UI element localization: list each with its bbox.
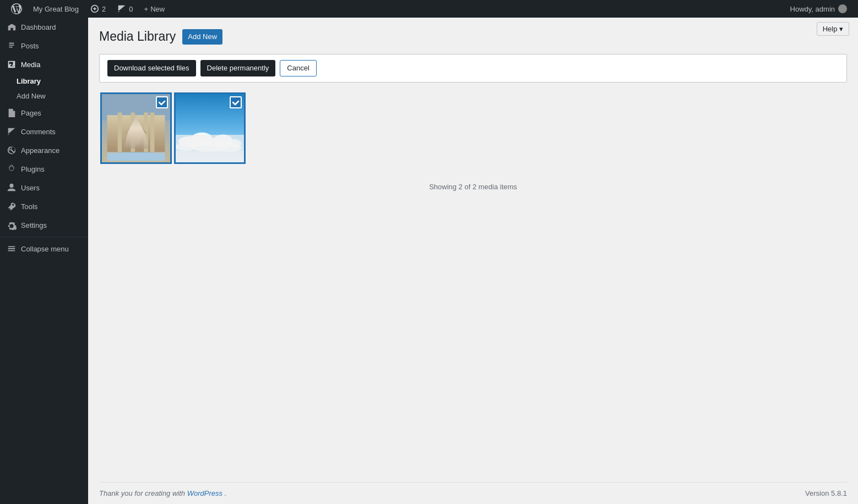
sidebar-item-tools[interactable]: Tools [0,197,88,216]
action-bar: Download selected files Delete permanent… [99,54,847,83]
page-title: Media Library [99,29,176,45]
admin-bar-right: Howdy, admin [785,4,852,13]
svg-point-12 [192,133,213,145]
pages-icon [7,108,17,118]
sidebar-label-tools: Tools [21,202,37,211]
updates-icon [90,4,100,14]
help-btn-area: Help ▾ [817,22,849,36]
plus-icon: + [144,5,149,13]
version-text: Version 5.8.1 [805,489,847,497]
admin-bar: My Great Blog 2 0 + New Howdy, admin [0,0,858,18]
checkmark-2-icon [232,98,240,106]
cancel-button[interactable]: Cancel [280,60,316,76]
howdy-text: Howdy, admin [785,4,852,13]
sidebar-label-media: Media [21,61,40,69]
help-button[interactable]: Help ▾ [817,22,849,36]
updates-count: 2 [102,5,106,13]
sidebar-item-appearance[interactable]: Appearance [0,141,88,160]
sidebar-item-media[interactable]: Media [0,55,88,74]
svg-point-14 [214,134,232,146]
footer-thank-you: Thank you for creating with WordPress . [99,489,226,497]
svg-point-11 [178,136,205,146]
sidebar-item-settings[interactable]: Settings [0,216,88,234]
sidebar-item-users[interactable]: Users [0,178,88,197]
svg-rect-19 [176,151,244,162]
svg-point-18 [215,143,242,152]
new-content-link[interactable]: + New [139,0,171,18]
sidebar-media-submenu: Library Add New [0,74,88,103]
sidebar-divider [0,237,88,237]
svg-rect-4 [131,112,135,152]
svg-point-13 [201,138,224,147]
sidebar-collapse-button[interactable]: Collapse menu [0,239,88,258]
svg-rect-2 [107,115,165,152]
content-area: Help ▾ Media Library Add New Download se… [88,18,858,504]
media-check-1 [156,96,168,108]
updates-link[interactable]: 2 [84,0,111,18]
admin-bar-left: My Great Blog 2 0 + New [6,0,785,18]
svg-rect-9 [107,153,165,161]
svg-rect-6 [150,112,155,152]
svg-rect-3 [118,112,122,152]
page-header: Media Library Add New [99,29,847,45]
new-label: New [150,5,165,13]
sidebar-item-pages[interactable]: Pages [0,103,88,122]
main-layout: Dashboard Posts Media Library Add New Pa… [0,18,858,504]
sidebar: Dashboard Posts Media Library Add New Pa… [0,18,88,504]
wordpress-link[interactable]: WordPress [187,489,225,497]
checkmark-1-icon [158,98,166,106]
content-footer: Thank you for creating with WordPress . … [99,482,847,504]
sidebar-label-users: Users [21,184,40,192]
sidebar-label-comments: Comments [21,128,56,136]
sidebar-label-plugins: Plugins [21,165,45,173]
download-selected-button[interactable]: Download selected files [107,60,196,76]
comments-link[interactable]: 0 [111,0,138,18]
svg-point-16 [176,143,197,151]
sidebar-label-collapse: Collapse menu [21,245,69,253]
appearance-icon [7,145,17,155]
media-check-2 [230,96,242,108]
tools-icon [7,201,17,211]
sidebar-label-dashboard: Dashboard [21,23,56,31]
sidebar-label-posts: Posts [21,42,39,50]
sidebar-item-dashboard[interactable]: Dashboard [0,18,88,36]
sidebar-item-library[interactable]: Library [0,74,88,89]
wp-icon [11,3,22,14]
media-count: Showing 2 of 2 media items [99,183,847,191]
comments-count: 0 [129,5,133,13]
site-name: My Great Blog [33,5,79,13]
plugins-icon [7,164,17,174]
comments-nav-icon [7,127,17,136]
sidebar-label-settings: Settings [21,221,47,229]
users-icon [7,183,17,193]
media-grid [99,91,847,165]
svg-point-17 [192,141,229,152]
add-new-button[interactable]: Add New [182,29,222,45]
media-icon [7,59,17,69]
sidebar-item-posts[interactable]: Posts [0,36,88,55]
comments-icon [117,4,127,14]
posts-icon [7,41,17,51]
settings-icon [7,220,17,230]
dashboard-icon [7,22,17,32]
media-item-1[interactable] [100,92,172,164]
sidebar-label-appearance: Appearance [21,146,59,155]
media-item-2[interactable] [174,92,246,164]
sidebar-label-pages: Pages [21,109,41,117]
sidebar-item-plugins[interactable]: Plugins [0,160,88,178]
collapse-icon [7,244,17,254]
svg-point-15 [226,139,242,147]
sidebar-item-comments[interactable]: Comments [0,122,88,141]
site-name-link[interactable]: My Great Blog [28,0,84,18]
user-avatar [838,4,847,13]
delete-permanently-button[interactable]: Delete permanently [200,60,276,76]
svg-point-7 [131,127,141,145]
sidebar-item-add-new[interactable]: Add New [0,89,88,103]
wp-logo-link[interactable] [6,0,28,18]
